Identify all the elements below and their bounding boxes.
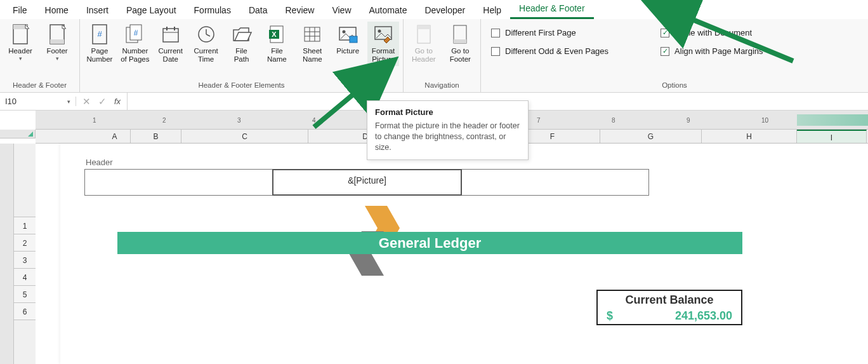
row-1[interactable]: 1 <box>14 217 36 234</box>
format-picture-button[interactable]: Format Picture <box>367 22 399 66</box>
sheet-name-button[interactable]: Sheet Name <box>296 22 328 66</box>
group-navigation: Go to Header Go to Footer Navigation <box>404 19 481 92</box>
vertical-ruler[interactable] <box>0 144 14 364</box>
chevron-down-icon: ▾ <box>19 55 22 62</box>
number-of-pages-button[interactable]: # Number of Pages <box>119 22 151 66</box>
col-g[interactable]: G <box>600 130 702 143</box>
svg-rect-19 <box>305 27 320 41</box>
clock-icon <box>196 24 216 44</box>
select-all-corner[interactable] <box>0 130 36 138</box>
tooltip-body: Format the picture in the header or foot… <box>375 121 520 153</box>
header-sections: &[Picture] <box>84 169 649 196</box>
goto-footer-icon <box>450 24 470 44</box>
group-label: Options <box>485 80 864 91</box>
tooltip-title: Format Picture <box>375 107 520 117</box>
balance-currency: $ <box>607 309 613 323</box>
header-center-section[interactable]: &[Picture] <box>272 169 462 196</box>
format-picture-icon <box>373 24 393 44</box>
header-left-section[interactable] <box>85 170 273 195</box>
tab-help[interactable]: Help <box>474 3 510 19</box>
file-path-button[interactable]: File Path <box>226 22 258 66</box>
col-b[interactable]: B <box>131 130 181 143</box>
tab-developer[interactable]: Developer <box>416 3 474 19</box>
svg-rect-27 <box>375 27 391 39</box>
tab-formulas[interactable]: Formulas <box>185 3 240 19</box>
tab-view[interactable]: View <box>323 3 360 19</box>
excel-file-icon: X <box>266 24 287 44</box>
header-right-section[interactable] <box>461 170 648 195</box>
row-2[interactable]: 2 <box>14 234 36 252</box>
tab-file[interactable]: File <box>4 3 36 19</box>
footer-label: Footer <box>46 47 67 55</box>
svg-rect-32 <box>454 39 466 43</box>
row-5[interactable]: 5 <box>14 285 36 303</box>
svg-rect-26 <box>350 36 357 43</box>
row-headers: 1 2 3 4 5 6 <box>14 217 36 320</box>
tab-page-layout[interactable]: Page Layout <box>117 3 185 19</box>
svg-text:X: X <box>272 30 277 38</box>
group-header-footer: Header ▾ Footer ▾ Header & Footer <box>0 19 80 92</box>
group-elements: # Page Number # Number of Pages Current … <box>80 19 404 92</box>
header-icon <box>10 24 30 44</box>
tab-home[interactable]: Home <box>36 3 77 19</box>
name-box[interactable]: I10 ▾ <box>0 97 76 106</box>
tab-automate[interactable]: Automate <box>360 3 416 19</box>
format-picture-tooltip: Format Picture Format the picture in the… <box>367 100 529 160</box>
col-a[interactable]: A <box>99 130 131 143</box>
page-number-button[interactable]: # Page Number <box>84 22 115 66</box>
grid-icon <box>302 24 322 44</box>
goto-footer-button[interactable]: Go to Footer <box>444 22 477 66</box>
col-i[interactable]: I <box>797 130 867 143</box>
header-label: Header <box>8 47 32 55</box>
row-3[interactable]: 3 <box>14 251 36 269</box>
chevron-down-icon: ▾ <box>67 98 70 105</box>
different-odd-even-checkbox[interactable]: Different Odd & Even Pages <box>491 46 608 56</box>
picture-icon <box>338 24 358 44</box>
svg-text:#: # <box>97 29 102 39</box>
enter-icon[interactable]: ✓ <box>98 96 107 107</box>
svg-line-33 <box>314 89 360 127</box>
svg-point-25 <box>343 30 346 34</box>
checkbox-icon <box>491 29 500 37</box>
pages-icon: # <box>125 24 145 44</box>
tab-data[interactable]: Data <box>240 3 277 19</box>
different-first-page-checkbox[interactable]: Different First Page <box>491 28 608 37</box>
calendar-icon <box>161 24 181 44</box>
tab-review[interactable]: Review <box>277 3 324 19</box>
svg-point-28 <box>378 30 381 33</box>
cancel-icon[interactable]: ✕ <box>82 96 91 107</box>
sheet-title: General Ledger <box>117 232 742 254</box>
tab-insert[interactable]: Insert <box>77 3 117 19</box>
current-balance-box: Current Balance $ 241,653.00 <box>596 290 742 325</box>
row-gutter: 1 2 3 4 5 6 <box>0 144 36 364</box>
group-label: Navigation <box>407 80 477 91</box>
svg-line-34 <box>685 17 793 61</box>
current-time-button[interactable]: Current Time <box>190 22 222 66</box>
col-c[interactable]: C <box>181 130 308 143</box>
row-4[interactable]: 4 <box>14 268 36 286</box>
footer-icon <box>47 24 67 44</box>
file-name-button[interactable]: X File Name <box>261 22 293 66</box>
fx-icon[interactable]: fx <box>114 97 121 106</box>
balance-value: 241,653.00 <box>675 309 732 323</box>
tab-header-footer[interactable]: Header & Footer <box>510 1 594 19</box>
annotation-arrow <box>673 11 799 69</box>
footer-button[interactable]: Footer ▾ <box>41 22 74 64</box>
goto-header-icon <box>414 24 434 44</box>
svg-line-15 <box>206 34 210 36</box>
col-h[interactable]: H <box>702 130 797 143</box>
svg-rect-30 <box>418 25 430 29</box>
chevron-down-icon: ▾ <box>56 55 59 62</box>
current-date-button[interactable]: Current Date <box>155 22 187 66</box>
picture-button[interactable]: Picture <box>332 22 364 58</box>
goto-header-button[interactable]: Go to Header <box>407 22 440 66</box>
annotation-arrow <box>308 83 371 133</box>
header-button[interactable]: Header ▾ <box>4 22 37 64</box>
svg-rect-3 <box>50 39 64 44</box>
checkbox-checked-icon <box>661 47 669 56</box>
row-6[interactable]: 6 <box>14 302 36 320</box>
checkbox-checked-icon <box>661 29 669 37</box>
svg-rect-9 <box>163 29 178 42</box>
page-number-icon: # <box>89 24 110 44</box>
balance-label: Current Balance <box>598 291 741 309</box>
